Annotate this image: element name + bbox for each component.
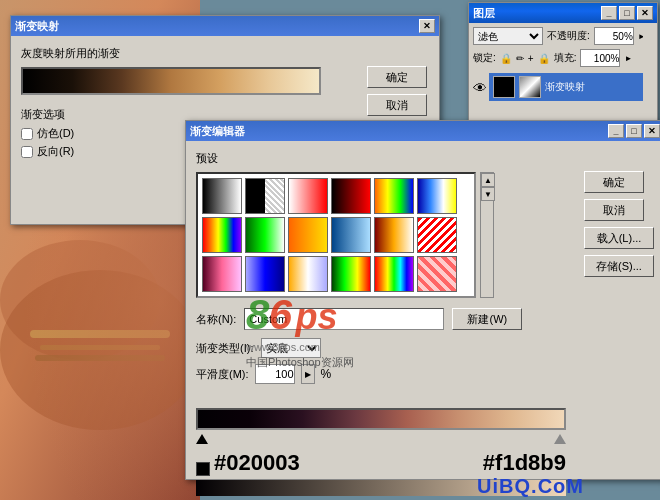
name-label: 名称(N): [196,312,236,327]
smooth-label: 平滑度(M): [196,367,249,382]
grad-editor-titlebar[interactable]: 渐变编辑器 _ □ ✕ [186,121,660,141]
grad-editor-minimize-btn[interactable]: _ [608,124,624,138]
lock-label: 锁定: [473,51,496,65]
preset-swatch-7[interactable] [202,217,242,253]
preset-swatch-14[interactable] [245,256,285,292]
grad-map-ok-btn[interactable]: 确定 [367,66,427,88]
opacity-label: 不透明度: [547,29,590,43]
type-label: 渐变类型(I): [196,341,253,356]
preset-swatch-3[interactable] [288,178,328,214]
smooth-unit: % [321,367,332,381]
section-label: 灰度映射所用的渐变 [21,46,429,61]
preset-swatch-1[interactable] [202,178,242,214]
option1-label: 仿色(D) [37,126,74,141]
fill-arrow[interactable]: ► [624,54,632,63]
ge-ok-btn[interactable]: 确定 [584,171,644,193]
grad-editor-close-btn[interactable]: ✕ [644,124,660,138]
presets-label: 预设 [196,151,654,166]
type-select[interactable]: 实底 [261,338,321,358]
color-stops-top [196,394,566,408]
grad-editor-body: 预设 [186,141,660,500]
black-square-icon [196,462,210,476]
stop-white[interactable] [554,434,566,444]
grad-bar-section [196,394,654,444]
grad-editor-maximize-btn[interactable]: □ [626,124,642,138]
preset-swatch-8[interactable] [245,217,285,253]
preset-swatch-2[interactable] [245,178,285,214]
layer-thumb-black [493,76,515,98]
layers-close-btn[interactable]: ✕ [637,6,653,20]
preset-swatch-9[interactable] [288,217,328,253]
preset-swatch-6[interactable] [417,178,457,214]
layer-thumb-gradient [519,76,541,98]
lock-icon1: 🔒 [500,53,512,64]
preset-swatch-15[interactable] [288,256,328,292]
lock-icon3: + [528,53,534,64]
layers-titlebar[interactable]: 图层 _ □ ✕ [469,3,657,23]
grad-main-bar[interactable] [196,408,566,430]
watermark-uibq: UiBQ.CoM [477,475,584,498]
color-hex-left: #020003 [214,450,300,476]
ge-save-btn[interactable]: 存储(S)... [584,255,654,277]
preset-swatch-12[interactable] [417,217,457,253]
color-hex-right: #f1d8b9 [483,450,566,476]
grad-map-close-btn[interactable]: ✕ [419,19,435,33]
preset-swatch-10[interactable] [331,217,371,253]
presets-grid [196,172,476,298]
lock-icon4: 🔒 [538,53,550,64]
stop-black[interactable] [196,434,208,444]
smooth-arrow[interactable]: ▶ [301,364,315,384]
option2-label: 反向(R) [37,144,74,159]
presets-scrollbar[interactable]: ▲ ▼ [480,172,494,298]
name-row: 名称(N): 新建(W) [196,308,654,330]
preset-swatch-11[interactable] [374,217,414,253]
ge-right-col: 确定 取消 载入(L)... 存储(S)... [584,171,654,277]
layers-title: 图层 [473,6,599,21]
color-stops-bottom [196,430,566,444]
grad-map-titlebar[interactable]: 渐变映射 ✕ [11,16,439,36]
grad-map-title: 渐变映射 [15,19,417,34]
layer-name: 渐变映射 [545,80,585,94]
preset-swatch-13[interactable] [202,256,242,292]
preset-swatch-4[interactable] [331,178,371,214]
layers-mode-select[interactable]: 滤色 [473,27,543,45]
preset-swatch-17[interactable] [374,256,414,292]
grad-map-cancel-btn[interactable]: 取消 [367,94,427,116]
type-row: 渐变类型(I): 实底 [196,338,654,358]
preset-swatch-5[interactable] [374,178,414,214]
lock-icon2: ✏ [516,53,524,64]
fill-label: 填充: [554,51,577,65]
opacity-input[interactable] [594,27,634,45]
new-btn[interactable]: 新建(W) [452,308,522,330]
gradient-preview-bar[interactable] [21,67,321,95]
smooth-input[interactable] [255,364,295,384]
visibility-eye-icon[interactable]: 👁 [473,80,487,96]
preset-swatch-16[interactable] [331,256,371,292]
ge-load-btn[interactable]: 载入(L)... [584,227,654,249]
layers-minimize-btn[interactable]: _ [601,6,617,20]
smooth-row: 平滑度(M): ▶ % [196,364,654,384]
layers-mode-row: 滤色 不透明度: ► [473,27,653,45]
reverse-option-checkbox[interactable] [21,146,33,158]
dither-option-checkbox[interactable] [21,128,33,140]
layers-maximize-btn[interactable]: □ [619,6,635,20]
preset-swatch-18[interactable] [417,256,457,292]
ge-cancel-btn[interactable]: 取消 [584,199,644,221]
name-input[interactable] [244,308,444,330]
fill-input[interactable] [580,49,620,67]
grad-editor-title: 渐变编辑器 [190,124,606,139]
grad-editor-window: 渐变编辑器 _ □ ✕ 预设 [185,120,660,480]
watermark-area: 8 6 ps www.86ps.com 中国Photoshop资源网 [246,291,354,370]
layers-lock-row: 锁定: 🔒 ✏ + 🔒 填充: ► [473,49,653,67]
layers-body: 滤色 不透明度: ► 锁定: 🔒 ✏ + 🔒 填充: ► 👁 渐变映射 [469,23,657,109]
layer-entry[interactable]: 渐变映射 [489,73,653,101]
